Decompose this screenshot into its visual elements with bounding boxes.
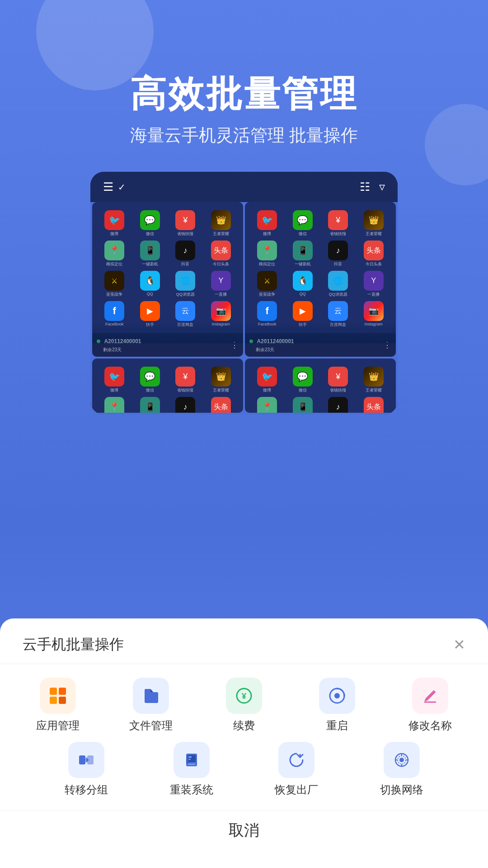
svg-rect-15 [188,756,192,758]
app-location-3[interactable]: 📍 模拟定位 [97,395,132,413]
shengqian-icon-3: ¥ [175,367,195,387]
app-wechat-1[interactable]: 💬 微信 [132,208,168,239]
action-reinstall[interactable]: 重装系统 [141,742,242,797]
app-huangshe-2[interactable]: ⚔ 皇室战争 [249,269,285,299]
sub-title: 海量云手机灵活管理 批量操作 [0,124,488,147]
app-tiktok-4[interactable]: ♪ 抖音 [320,395,356,413]
phone-mockup: ☰ ✓ ☷ ▿ 🐦 微博 💬 微信 ¥ 省钱快报 [90,172,398,415]
newphone-icon-4: 📱 [293,397,313,413]
app-management-label: 应用管理 [36,718,80,733]
switchnet-label: 切换网络 [380,783,423,797]
app-newphone-3[interactable]: 📱 一键新机 [132,395,168,413]
app-wechat-4[interactable]: 💬 微信 [285,365,321,395]
action-row-2: 转移分组 重装系统 [0,737,488,806]
yizhibo-icon-2: Y [364,271,384,291]
app-wangzhe-2[interactable]: 👑 王者荣耀 [356,208,392,239]
filter-icon[interactable]: ▿ [379,180,385,194]
app-toutiao-4[interactable]: 头条 今日头条 [356,395,392,413]
app-tiktok-3[interactable]: ♪ 抖音 [168,395,203,413]
app-qqbrowser-2[interactable]: 🌐 QQ浏览器 [320,269,356,299]
qq-icon-2: 🐧 [293,271,313,291]
weibo-icon-3: 🐦 [104,367,124,387]
app-shengqian-2[interactable]: ¥ 省钱快报 [320,208,356,239]
app-huangshe-1[interactable]: ⚔ 皇室战争 [97,269,132,299]
action-restore[interactable]: 恢复出厂 [246,742,347,797]
app-tiktok-2[interactable]: ♪ 抖音 [320,239,356,269]
app-newphone-2[interactable]: 📱 一键新机 [285,239,321,269]
svg-rect-14 [188,764,195,765]
app-tiktok-1[interactable]: ♪ 抖音 [168,239,203,269]
menu-icon[interactable]: ☰ [103,180,113,194]
svg-rect-16 [188,759,191,760]
app-wangzhe-4[interactable]: 👑 王者荣耀 [356,365,392,395]
phone-cell-4[interactable]: 🐦 微博 💬 微信 ¥ 省钱快报 👑 王者荣耀 📍 模拟定位 [245,359,396,413]
kuaishou-icon: ▶ [140,301,160,321]
renew-icon-wrap: ¥ [226,678,262,714]
app-wangzhe-1[interactable]: 👑 王者荣耀 [203,208,239,239]
app-grid-2: 🐦 微博 💬 微信 ¥ 省钱快报 👑 王者荣耀 📍 模拟定位 [245,202,396,333]
app-qq-2[interactable]: 🐧 QQ [285,269,321,299]
weibo-icon: 🐦 [104,210,124,230]
baidupan-icon-2: 云 [328,301,348,321]
app-weibo-4[interactable]: 🐦 微博 [249,365,285,395]
grid-view-icon[interactable]: ☷ [360,180,370,194]
app-newphone-1[interactable]: 📱 一键新机 [132,239,168,269]
wechat-icon: 💬 [140,210,160,230]
phone-cell-1[interactable]: 🐦 微博 💬 微信 ¥ 省钱快报 👑 王者荣耀 📍 模拟定位 [92,202,243,357]
app-grid-3: 🐦 微博 💬 微信 ¥ 省钱快报 👑 王者荣耀 📍 模拟定位 [92,359,243,413]
phone-grid: 🐦 微博 💬 微信 ¥ 省钱快报 👑 王者荣耀 📍 模拟定位 [90,202,398,415]
app-location-1[interactable]: 📍 模拟定位 [97,239,132,269]
action-switch-network[interactable]: 切换网络 [352,742,452,797]
reinstall-icon-wrap [174,742,210,778]
huangshe-icon: ⚔ [104,271,124,291]
app-location-4[interactable]: 📍 模拟定位 [249,395,285,413]
weibo-icon-4: 🐦 [257,367,277,387]
app-toutiao-3[interactable]: 头条 今日头条 [203,395,239,413]
wangzhe-icon-4: 👑 [364,367,384,387]
action-move-group[interactable]: 转移分组 [36,742,137,797]
action-renew[interactable]: ¥ 续费 [200,678,288,733]
topbar-right: ☷ ▿ [360,180,385,194]
topbar-left: ☰ ✓ [103,180,126,194]
app-toutiao-2[interactable]: 头条 今日头条 [356,239,392,269]
shengqian-icon-4: ¥ [328,367,348,387]
mockup-topbar: ☰ ✓ ☷ ▿ [90,172,398,202]
action-file-management[interactable]: 文件管理 [107,678,195,733]
location-icon-3: 📍 [104,397,124,413]
app-shengqian-3[interactable]: ¥ 省钱快报 [168,365,203,395]
app-weibo-2[interactable]: 🐦 微博 [249,208,285,239]
app-weibo-3[interactable]: 🐦 微博 [97,365,132,395]
sheet-close-button[interactable]: ✕ [453,636,465,653]
app-shengqian-1[interactable]: ¥ 省钱快报 [168,208,203,239]
app-grid-1: 🐦 微博 💬 微信 ¥ 省钱快报 👑 王者荣耀 📍 模拟定位 [92,202,243,333]
app-toutiao-1[interactable]: 头条 今日头条 [203,239,239,269]
action-restart[interactable]: 重启 [293,678,381,733]
app-wangzhe-3[interactable]: 👑 王者荣耀 [203,365,239,395]
app-qq-1[interactable]: 🐧 QQ [132,269,168,299]
app-shengqian-4[interactable]: ¥ 省钱快报 [320,365,356,395]
app-location-2[interactable]: 📍 模拟定位 [249,239,285,269]
location-icon-2: 📍 [257,241,277,260]
switchnet-icon-wrap [384,742,420,778]
bottom-sheet: 云手机批量操作 ✕ 应用管理 文件管理 [0,618,488,868]
app-qqbrowser-1[interactable]: 🌐 QQ浏览器 [168,269,203,299]
app-yizhibo-1[interactable]: Y 一直播 [203,269,239,299]
app-weibo-1[interactable]: 🐦 微博 [97,208,132,239]
cancel-button[interactable]: 取消 [0,811,488,850]
kuaishou-icon-2: ▶ [293,301,313,321]
cell-wave-2 [245,321,396,343]
app-wechat-3[interactable]: 💬 微信 [132,365,168,395]
shengqian-icon-2: ¥ [328,210,348,230]
app-yizhibo-2[interactable]: Y 一直播 [356,269,392,299]
wechat-icon-2: 💬 [293,210,313,230]
action-app-management[interactable]: 应用管理 [14,678,102,733]
app-newphone-4[interactable]: 📱 一键新机 [285,395,321,413]
baidupan-icon: 云 [175,301,195,321]
qqbrowser-icon-2: 🌐 [328,271,348,291]
instagram-icon: 📷 [211,301,231,321]
app-wechat-2[interactable]: 💬 微信 [285,208,321,239]
phone-cell-3[interactable]: 🐦 微博 💬 微信 ¥ 省钱快报 👑 王者荣耀 📍 模拟定位 [92,359,243,413]
action-rename[interactable]: 修改名称 [386,678,474,733]
phone-cell-2[interactable]: 🐦 微博 💬 微信 ¥ 省钱快报 👑 王者荣耀 📍 模拟定位 [245,202,396,357]
tiktok-icon-2: ♪ [328,241,348,260]
